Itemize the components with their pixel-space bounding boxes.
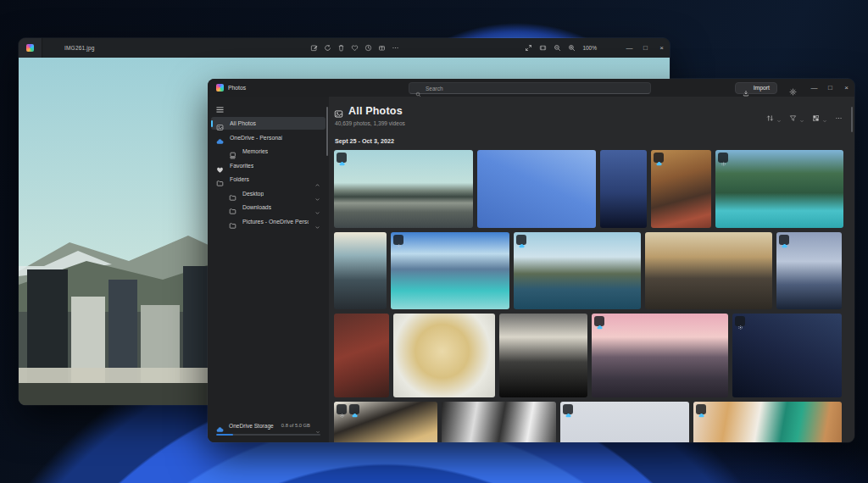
maximize-button[interactable]: □ <box>822 79 838 97</box>
search-input[interactable]: Search <box>409 82 651 94</box>
filter-icon <box>789 110 797 118</box>
maximize-button[interactable]: □ <box>637 38 654 58</box>
cloud-icon <box>216 422 224 430</box>
sidebar-item-downloads[interactable]: Downloads <box>211 201 326 214</box>
viewer-window-controls: — □ × <box>621 38 670 58</box>
photo-thumbnail-dusk-harbor-sky[interactable] <box>776 232 842 309</box>
minimize-button[interactable]: — <box>806 79 822 97</box>
minimize-button[interactable]: — <box>621 38 637 58</box>
sort-button[interactable] <box>766 110 782 118</box>
photo-thumbnail-seattle-skyline-sunset[interactable] <box>592 314 728 397</box>
photo-thumbnail-lake-with-hills[interactable] <box>514 232 641 309</box>
settings-button[interactable] <box>786 84 799 92</box>
sort-icon <box>766 110 774 118</box>
storage-label: OneDrive Storage <box>229 423 274 429</box>
image-icon <box>216 119 224 127</box>
date-group-header[interactable]: Sept 25 - Oct 3, 2022 <box>335 137 843 145</box>
photo-thumbnail-turquoise-mountain-lake[interactable] <box>391 232 509 309</box>
favorite-button[interactable] <box>351 44 359 52</box>
chevron-down-icon <box>314 191 320 197</box>
navigation-menu-button[interactable] <box>215 103 225 112</box>
rotate-button[interactable] <box>324 44 331 52</box>
page-title: All Photos <box>348 105 403 117</box>
photo-thumbnail-starry-sky-trees[interactable] <box>732 314 842 397</box>
cloud-badge <box>696 404 706 414</box>
photo-thumbnail-overcast-white-sky[interactable] <box>560 402 689 442</box>
sidebar-item-favorites[interactable]: Favorites <box>211 159 326 172</box>
edit-button[interactable] <box>310 44 318 52</box>
layout-icon <box>812 110 820 118</box>
sidebar-item-pictures-onedrive[interactable]: Pictures - OneDrive Personal <box>211 215 326 228</box>
search-placeholder: Search <box>426 86 443 92</box>
delete-button[interactable] <box>337 44 345 52</box>
main-content: All Photos 40,639 photos, 1,399 videos S… <box>329 97 854 442</box>
photo-thumbnail-storm-rain-clouds[interactable] <box>499 314 587 397</box>
chevron-down-icon <box>315 423 320 428</box>
more-button[interactable] <box>392 44 399 52</box>
zoom-out-button[interactable] <box>554 44 561 52</box>
photo-thumbnail-swing-ride-tower[interactable] <box>477 150 596 228</box>
desktop: IMG261.jpg 100% — □ × <box>0 0 868 483</box>
sidebar-item-folders[interactable]: Folders <box>211 173 326 186</box>
main-scrollbar[interactable] <box>851 107 853 132</box>
sidebar-item-memories[interactable]: Memories <box>211 145 326 158</box>
sidebar-item-onedrive-personal[interactable]: OneDrive - Personal <box>211 131 326 144</box>
cloud-badge <box>349 404 359 414</box>
fullscreen-button[interactable] <box>525 44 532 52</box>
photos-app-title: Photos <box>228 85 246 91</box>
photos-titlebar[interactable]: Photos Search Import — □ × <box>208 79 854 97</box>
photo-thumbnail-bw-ocean-waves[interactable] <box>442 402 556 442</box>
photos-app-icon <box>26 44 34 52</box>
close-button[interactable]: × <box>838 79 854 97</box>
viewer-app-tab[interactable] <box>19 38 42 58</box>
viewer-filename: IMG261.jpg <box>64 45 95 51</box>
sidebar-item-all-photos[interactable]: All Photos <box>211 117 326 130</box>
sidebar-scrollbar[interactable] <box>326 107 328 156</box>
photos-gallery-window[interactable]: Photos Search Import — □ × <box>208 79 854 442</box>
filmstrip-button[interactable] <box>539 44 547 52</box>
cloud-icon <box>597 319 603 325</box>
folder-icon <box>216 175 224 183</box>
cloud-icon <box>565 407 571 413</box>
chevron-down-icon <box>776 112 782 117</box>
import-button[interactable]: Import <box>735 82 777 94</box>
photo-thumbnail-shrimp-pasta-plate[interactable] <box>393 314 495 397</box>
grid-row <box>334 314 843 397</box>
photo-thumbnail-bridge-turquoise-lake[interactable] <box>715 150 843 228</box>
cloud-icon <box>352 407 358 413</box>
visual-search-button[interactable] <box>378 44 386 52</box>
photo-thumbnail-ramen-bowl-egg[interactable] <box>334 402 437 442</box>
chevron-down-icon <box>799 112 804 117</box>
cloud-icon <box>698 407 704 413</box>
grid-row <box>334 150 843 228</box>
photo-thumbnail-sunlit-beach-shore[interactable] <box>334 232 387 309</box>
photo-thumbnail-red-chopsticks-bowl[interactable] <box>334 314 389 397</box>
motion-badge <box>337 404 347 414</box>
slideshow-button[interactable] <box>364 44 372 52</box>
cloud-icon <box>216 134 224 142</box>
motion-badge <box>718 153 728 163</box>
sidebar: All Photos OneDrive - Personal Memories … <box>208 97 329 442</box>
sidebar-item-label: Downloads <box>242 204 271 210</box>
sidebar-item-label: Folders <box>230 176 249 182</box>
photo-thumbnail-vancouver-city-skyline[interactable] <box>334 150 473 228</box>
photo-thumbnail-pizza-and-latte[interactable] <box>693 402 842 442</box>
viewer-titlebar[interactable]: IMG261.jpg 100% — □ × <box>19 38 670 58</box>
sidebar-item-desktop[interactable]: Desktop <box>211 187 326 200</box>
motion-icon <box>396 237 402 243</box>
more-button[interactable] <box>835 110 843 118</box>
photo-grid <box>334 150 843 442</box>
zoom-level: 100% <box>582 45 597 51</box>
cloud-icon <box>656 155 662 161</box>
photo-thumbnail-food-bowls[interactable] <box>651 150 711 228</box>
folder-icon <box>229 203 236 211</box>
zoom-in-button[interactable] <box>568 44 576 52</box>
onedrive-storage-panel[interactable]: OneDrive Storage 0.8 of 5.0 GB <box>208 422 329 436</box>
photos-window-controls: — □ × <box>806 79 854 97</box>
photo-thumbnail-bicycle-fence-sunset[interactable] <box>645 232 772 309</box>
close-button[interactable]: × <box>654 38 670 58</box>
layout-button[interactable] <box>812 110 827 118</box>
filter-button[interactable] <box>789 110 804 118</box>
cloud-icon <box>519 237 525 243</box>
photo-thumbnail-night-sky-clouds[interactable] <box>600 150 647 228</box>
